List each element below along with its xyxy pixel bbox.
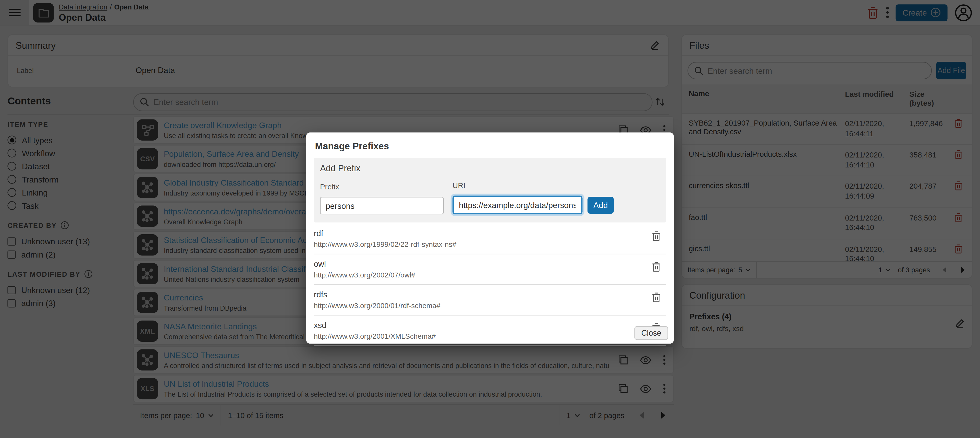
trash-icon xyxy=(652,262,660,272)
prefix-name: xsd xyxy=(313,320,666,330)
add-prefix-section: Add Prefix Prefix URI Add xyxy=(313,158,666,222)
prefix-input[interactable] xyxy=(320,197,444,214)
prefix-row: rdf http://www.w3.org/1999/02/22-rdf-syn… xyxy=(313,224,666,254)
prefix-name: rdfs xyxy=(313,290,666,299)
add-prefix-title: Add Prefix xyxy=(320,163,660,173)
app-window: Data integration / Open Data Open Data C… xyxy=(0,0,980,438)
trash-icon xyxy=(652,231,660,241)
uri-input[interactable] xyxy=(452,196,582,214)
trash-icon xyxy=(652,293,660,303)
prefix-name: owl xyxy=(313,259,666,269)
prefix-uri: http://www.w3.org/1999/02/22-rdf-syntax-… xyxy=(313,241,666,248)
close-modal-button[interactable]: Close xyxy=(635,326,668,340)
prefix-uri: http://www.w3.org/2001/XMLSchema# xyxy=(313,332,666,340)
delete-prefix-button[interactable] xyxy=(651,261,662,273)
modal-title: Manage Prefixes xyxy=(315,141,665,151)
prefix-row: owl http://www.w3.org/2002/07/owl# xyxy=(313,254,666,285)
prefix-row: xsd http://www.w3.org/2001/XMLSchema# xyxy=(313,315,666,346)
manage-prefixes-modal: Manage Prefixes Add Prefix Prefix URI Ad… xyxy=(306,132,674,344)
prefix-row: rdfs http://www.w3.org/2000/01/rdf-schem… xyxy=(313,285,666,315)
prefix-uri: http://www.w3.org/2000/01/rdf-schema# xyxy=(313,302,666,309)
prefix-field-label: Prefix xyxy=(320,183,444,191)
delete-prefix-button[interactable] xyxy=(651,291,662,304)
add-prefix-button[interactable]: Add xyxy=(587,197,614,213)
prefix-uri: http://www.w3.org/2002/07/owl# xyxy=(313,271,666,279)
delete-prefix-button[interactable] xyxy=(651,230,662,242)
uri-field-label: URI xyxy=(452,181,582,190)
prefix-name: rdf xyxy=(313,229,666,238)
prefix-list: rdf http://www.w3.org/1999/02/22-rdf-syn… xyxy=(313,224,666,346)
